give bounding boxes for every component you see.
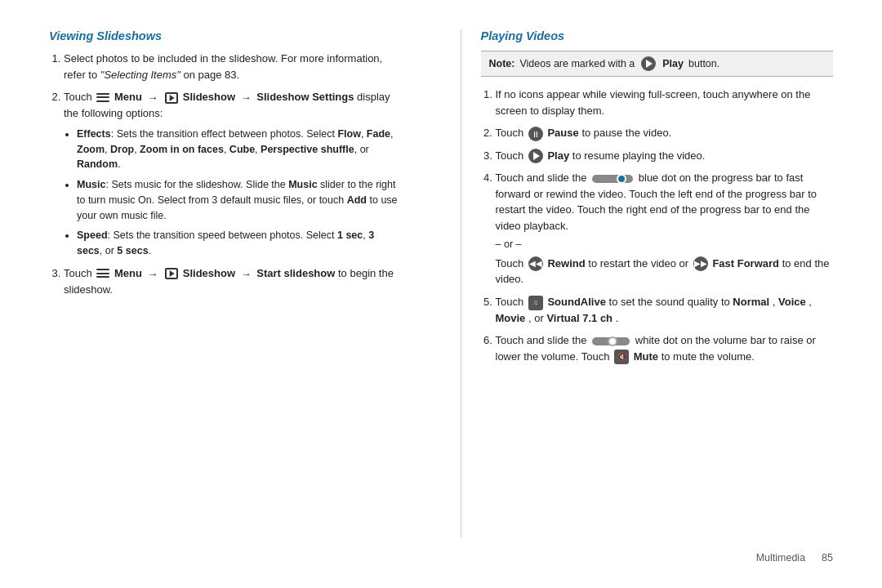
b-random: Random (77, 158, 118, 170)
sound-icon: ♫ (528, 296, 543, 310)
step3-prefix: Touch (64, 267, 95, 279)
rstep3-prefix: Touch (496, 149, 527, 162)
menu-icon-2 (96, 269, 109, 278)
step2-slideshow1: Slideshow (183, 91, 238, 103)
step2-prefix: Touch (64, 91, 95, 103)
menu-icon (96, 93, 109, 103)
play-icon-step3 (528, 149, 543, 163)
slideshow-icon-1 (165, 92, 178, 104)
rstep5-period: . (616, 312, 619, 324)
step2-slideshow2: Slideshow Settings (256, 91, 354, 103)
rstep4-prefix: Touch and slide the (496, 172, 590, 184)
step1-text: Select photos to be included in the slid… (64, 52, 382, 81)
bullet-music: Music: Sets music for the slideshow. Sli… (77, 177, 402, 223)
right-step-6: Touch and slide the white dot on the vol… (496, 332, 834, 364)
footer-page: 85 (822, 552, 833, 564)
rstep6-mute: Mute (634, 350, 658, 363)
rstep4-rewind: Rewind (547, 257, 585, 270)
right-step-2: Touch Pause to pause the video. (496, 125, 834, 141)
rstep5-or: , or (528, 312, 546, 324)
b-fade: Fade (367, 128, 390, 140)
b-zoomface: Zoom in on faces (140, 144, 224, 155)
left-step-2: Touch Menu → Slideshow → Slideshow Setti… (64, 89, 402, 259)
note-text: Videos are marked with a (519, 58, 635, 69)
left-column: Viewing Slideshows Select photos to be i… (49, 29, 421, 537)
right-step-1: If no icons appear while viewing full-sc… (496, 87, 834, 118)
b-5sec: 5 secs (117, 245, 148, 256)
b-cube: Cube (229, 144, 255, 155)
rstep5-movie: Movie (496, 312, 526, 324)
rstep6-suffix: to mute the volume. (662, 350, 755, 363)
note-button: button. (688, 58, 719, 69)
pause-icon (528, 127, 543, 141)
volume-dot (608, 336, 617, 346)
rstep1-text: If no icons appear while viewing full-sc… (496, 88, 811, 117)
note-play-label: Play (662, 58, 684, 69)
step2-bullets: Effects: Sets the transition effect betw… (64, 127, 402, 259)
step1-italic: "Selecting Items" (100, 69, 180, 81)
progress-bar-icon (592, 175, 633, 183)
play-icon-note (641, 56, 656, 71)
rstep3-play: Play (547, 149, 569, 162)
progress-dot (617, 174, 626, 184)
rstep6-prefix: Touch and slide the (496, 334, 590, 346)
bullet-effects: Effects: Sets the transition effect betw… (77, 127, 402, 172)
b-persp: Perspective shuffle (261, 144, 354, 155)
step3-menu: Menu (114, 267, 145, 279)
left-section-title: Viewing Slideshows (49, 29, 402, 42)
footer-label: Multimedia (756, 552, 805, 564)
rstep4-or-prefix: Touch (496, 257, 527, 270)
volume-bar-icon (592, 337, 630, 345)
left-step-3: Touch Menu → Slideshow → Start slideshow… (64, 265, 402, 298)
step3-arrow1: → (148, 266, 158, 283)
right-step-4: Touch and slide the blue dot on the prog… (496, 170, 834, 287)
rstep5-comma2: , (808, 296, 812, 308)
rstep5-comma1: , (773, 296, 778, 308)
rewind-icon: ◀◀ (528, 256, 543, 271)
note-bar: Note: Videos are marked with a Play butt… (481, 51, 834, 77)
step3-start: Start slideshow (256, 267, 335, 279)
right-section-title: Playing Videos (481, 29, 834, 42)
rstep5-virtual: Virtual 7.1 ch (546, 312, 612, 324)
rstep2-suffix: to pause the video. (581, 127, 671, 139)
rstep3-suffix: to resume playing the video. (572, 149, 706, 162)
bullet-speed: Speed: Sets the transition speed between… (77, 228, 402, 259)
right-step-3: Touch Play to resume playing the video. (496, 148, 834, 164)
rstep5-text: to set the sound quality to (609, 296, 733, 308)
left-step-1: Select photos to be included in the slid… (64, 51, 402, 82)
b-zoom: Zoom (77, 144, 105, 155)
bullet-music-label: Music (77, 179, 105, 190)
columns: Viewing Slideshows Select photos to be i… (49, 29, 833, 537)
rstep4-or-mid: to restart the video or (588, 257, 691, 270)
right-step-5: Touch ♫ SoundAlive to set the sound qual… (496, 294, 834, 326)
rstep4-ff: Fast Forward (712, 257, 779, 270)
note-label: Note: (489, 58, 515, 69)
b-music2: Music (288, 179, 317, 190)
step3-arrow2: → (241, 266, 252, 283)
step2-arrow1: → (148, 90, 158, 106)
or-line: – or – (496, 237, 834, 252)
rstep5-prefix: Touch (496, 296, 527, 308)
right-steps: If no icons appear while viewing full-sc… (481, 87, 834, 364)
rstep5-normal: Normal (733, 296, 769, 308)
step2-arrow2: → (241, 90, 252, 106)
step2-menu: Menu (114, 91, 145, 103)
footer: Multimedia 85 (49, 546, 833, 564)
slideshow-icon-2 (165, 268, 178, 279)
b-flow: Flow (337, 128, 360, 140)
step3-slideshow: Slideshow (183, 267, 238, 279)
ff-icon: ▶▶ (693, 256, 708, 271)
rstep2-prefix: Touch (496, 127, 527, 139)
bullet-speed-label: Speed (77, 229, 108, 241)
bullet-effects-label: Effects (77, 128, 111, 140)
b-add: Add (347, 194, 367, 206)
rstep5-voice: Voice (778, 296, 806, 308)
b-1sec: 1 sec (337, 229, 363, 241)
mute-icon: 🔇 (614, 350, 629, 364)
b-drop: Drop (110, 144, 134, 155)
rstep5-sound: SoundAlive (547, 296, 606, 308)
right-column: Playing Videos Note: Videos are marked w… (461, 29, 834, 537)
rstep2-pause: Pause (547, 127, 578, 139)
left-steps: Select photos to be included in the slid… (49, 51, 402, 298)
page: Viewing Slideshows Select photos to be i… (0, 0, 882, 588)
